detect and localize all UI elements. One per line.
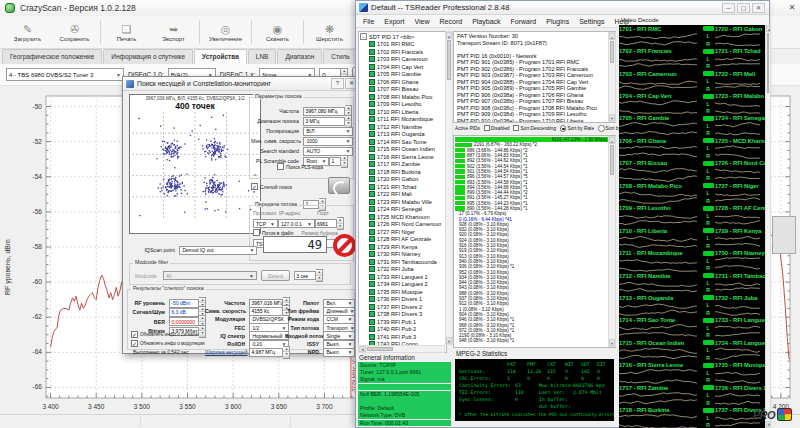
- toolbar-button-scan[interactable]: ◉Сканить: [254, 17, 301, 47]
- tree-item[interactable]: 1735 RFI Musique: [360, 288, 445, 296]
- video-decode-row[interactable]: 1715 - RFI Ocean Indien1734 - RFI Langue…: [619, 339, 765, 361]
- close-button[interactable]: ✕: [752, 3, 765, 13]
- video-decode-row[interactable]: 1713 - RFI Ouganda1732 - RFI JubaLR: [619, 294, 765, 316]
- tree-item[interactable]: 1731 RFI Tambacounda: [360, 258, 445, 266]
- tree-item[interactable]: 1714 RFI Sao Tome: [360, 138, 445, 146]
- tree-item[interactable]: 1710 RFI Liberia: [360, 108, 445, 116]
- spinner-arrows[interactable]: ▲▼: [341, 155, 348, 168]
- maximize-button[interactable]: ▢: [737, 3, 750, 13]
- spinner-arrows[interactable]: ▲▼: [337, 217, 344, 230]
- pls-search-checkbox[interactable]: [277, 163, 284, 170]
- tree-item[interactable]: 1732 RFI Juba: [360, 266, 445, 274]
- tree-item[interactable]: 1718 RFI Burkina: [360, 168, 445, 176]
- tree-item[interactable]: 1736 RFI Divers 1: [360, 296, 445, 304]
- tree-item[interactable]: 1715 RFI Ocean Indien: [360, 146, 445, 154]
- tab-стиль[interactable]: Стиль: [323, 49, 357, 64]
- toolbar-button-export[interactable]: ➥Экспорт: [150, 17, 197, 47]
- tree-item[interactable]: 1704 RFI Cap Vert: [360, 63, 445, 71]
- tree-item[interactable]: 1701 RFI RMC: [360, 41, 445, 49]
- tree-item[interactable]: 1722 RFI Mali: [360, 191, 445, 199]
- tree-vertical-scrollbar[interactable]: ▲▼: [445, 31, 453, 345]
- toolbar-button-load[interactable]: ✎Загрузить: [4, 17, 51, 47]
- toolbar-button-zoom[interactable]: ◎Увеличение: [202, 17, 249, 47]
- update-info-checkbox[interactable]: ✓: [131, 340, 138, 347]
- tree-item[interactable]: 1706 RFI Ghana: [360, 78, 445, 86]
- video-decode-row[interactable]: 1718 - RFI Burkina1737 - RFI Divers 2LR: [619, 406, 765, 428]
- video-decode-row[interactable]: 1701 - RFI RMC1720 - RFI GabonLR: [619, 25, 765, 47]
- tree-item[interactable]: 1730 RFI Niamey: [360, 251, 445, 259]
- tree-item[interactable]: 1724 RFI Senegal: [360, 206, 445, 214]
- stop-button[interactable]: [333, 234, 356, 257]
- tree-item[interactable]: 1717 RFI Zambie: [360, 161, 445, 169]
- menu-record[interactable]: Record: [435, 18, 468, 25]
- tree-item[interactable]: 1720 RFI Gabon: [360, 176, 445, 184]
- minimize-button[interactable]: ─: [722, 3, 735, 13]
- tree-item[interactable]: 1721 RFI Tchad: [360, 183, 445, 191]
- menu-file[interactable]: File: [358, 18, 379, 25]
- menu-export[interactable]: Export: [379, 18, 409, 25]
- video-decode-row[interactable]: 1709 - RFI Lesotho1728 - RFI AF Centrale…: [619, 205, 765, 227]
- tree-item[interactable]: 1711 RFI Mozambique: [360, 116, 445, 124]
- toolbar-button-sweep[interactable]: ❋Шерстить: [306, 17, 353, 47]
- port-value[interactable]: 6961: [315, 219, 337, 228]
- video-decode-scrollbar[interactable]: ▲▼: [765, 25, 771, 428]
- video-decode-row[interactable]: 1710 - RFI Liberia1729 - RFI KenyaLR: [619, 227, 765, 249]
- blind-search-checkbox[interactable]: ✓: [251, 183, 258, 190]
- tree-item[interactable]: 1737 RFI Divers 2: [360, 303, 445, 311]
- collapse-icon[interactable]: −: [360, 33, 367, 40]
- tab-lnb[interactable]: LNB: [248, 49, 277, 64]
- tab-диапазон[interactable]: Диапазон: [277, 49, 322, 64]
- tree-item[interactable]: 1716 RFI Sierra Leone: [360, 153, 445, 161]
- pat-scrollbar[interactable]: ▲▼: [608, 32, 616, 122]
- crazyscan-close-button[interactable]: ✕: [786, 2, 798, 14]
- tree-root[interactable]: −SDT PID 17 <blb>: [360, 33, 445, 41]
- stream-to-file-checkbox[interactable]: [253, 229, 260, 236]
- sort-descending-checkbox[interactable]: [513, 125, 519, 131]
- detect-interval[interactable]: 3 сек: [294, 271, 316, 280]
- tree-item[interactable]: 1705 RFI Gambie: [360, 71, 445, 79]
- video-decode-row[interactable]: 1705 - RFI Gambie1724 - RFI SenegalLR: [619, 115, 765, 137]
- tree-item[interactable]: 1712 RFI Namibie: [360, 123, 445, 131]
- video-decode-row[interactable]: 1703 - RFI Cameroun1722 - RFI MaliLR: [619, 70, 765, 92]
- tab-информация-о-спутнике[interactable]: Информация о спутнике: [103, 49, 193, 64]
- video-decode-row[interactable]: 1708 - RFI Malabo Pico1727 - RFI NigerLR: [619, 182, 765, 204]
- tree-item[interactable]: 1726 RFI Nord Cameroun: [360, 221, 445, 229]
- tuner-select[interactable]: 4 - TBS 6980 DVBS/S2 Tuner 3▼: [6, 68, 124, 81]
- tree-item[interactable]: 1703 RFI Cameroun: [360, 56, 445, 64]
- menu-forward[interactable]: Forward: [506, 18, 542, 25]
- tree-item[interactable]: 1708 RFI Malabo Pico: [360, 93, 445, 101]
- tree-item[interactable]: 1702 RFI Francais: [360, 48, 445, 56]
- param-value[interactable]: 1: [329, 157, 341, 166]
- video-decode-row[interactable]: 1707 - RFI Bissau1726 - RFI Nord Camerou…: [619, 160, 765, 182]
- result-value[interactable]: 4,987 МГц: [249, 348, 283, 357]
- video-decode-row[interactable]: 1716 - RFI Sierra Leone1735 - RFI Musiqu…: [619, 362, 765, 384]
- tree-item[interactable]: 1727 RFI Niger: [360, 228, 445, 236]
- video-decode-row[interactable]: 1711 - RFI Mozambique1730 - RFI NiameyLR: [619, 249, 765, 271]
- menu-view[interactable]: View: [410, 18, 435, 25]
- toolbar-button-print[interactable]: ❏Печать: [103, 17, 150, 47]
- tree-item[interactable]: 1709 RFI Lesotho: [360, 101, 445, 109]
- protocol-select[interactable]: TCP▼: [253, 219, 278, 228]
- video-decode-row[interactable]: 1717 - RFI Zambie1736 - RFI Divers 1LR: [619, 384, 765, 406]
- tree-item[interactable]: 1713 RFI Ouganda: [360, 131, 445, 139]
- spinner-arrows[interactable]: ▲▼: [316, 269, 323, 282]
- result-select[interactable]: Выкл.▼: [323, 348, 355, 357]
- ip-select[interactable]: 127.0.0.1▼: [278, 219, 315, 228]
- tree-item[interactable]: 1728 RFI AF Centrale: [360, 236, 445, 244]
- iqscan-select[interactable]: Demod IQ out▼: [179, 246, 257, 255]
- video-decode-row[interactable]: 1702 - RFI Francais1721 - RFI TchadLR: [619, 47, 765, 69]
- pids-scrollbar[interactable]: ▲▼: [608, 136, 616, 347]
- tree-item[interactable]: 1738 RFI Divers 3: [360, 311, 445, 319]
- disabled-checkbox[interactable]: [484, 125, 490, 131]
- video-decode-row[interactable]: 1712 - RFI Namibie1731 - RFI Tambacounda…: [619, 272, 765, 294]
- menu-settings[interactable]: Settings: [574, 18, 609, 25]
- tree-horizontal-scrollbar[interactable]: ◄: [358, 345, 445, 353]
- video-decode-row[interactable]: 1706 - RFI Ghana1725 - MCD KhartoumLR: [619, 137, 765, 159]
- menu-playback[interactable]: Playback: [467, 18, 505, 25]
- tree-item[interactable]: 1740 RFI Pub 2: [360, 326, 445, 334]
- tree-item[interactable]: 1734 RFI Langues 2: [360, 281, 445, 289]
- tree-item[interactable]: 1733 RFI Langues 1: [360, 273, 445, 281]
- dialog-help-button[interactable]: ?: [331, 78, 344, 89]
- tree-item[interactable]: 1739 RFI Pub 1: [360, 318, 445, 326]
- tab-географическое-положение[interactable]: Географическое положение: [2, 49, 102, 64]
